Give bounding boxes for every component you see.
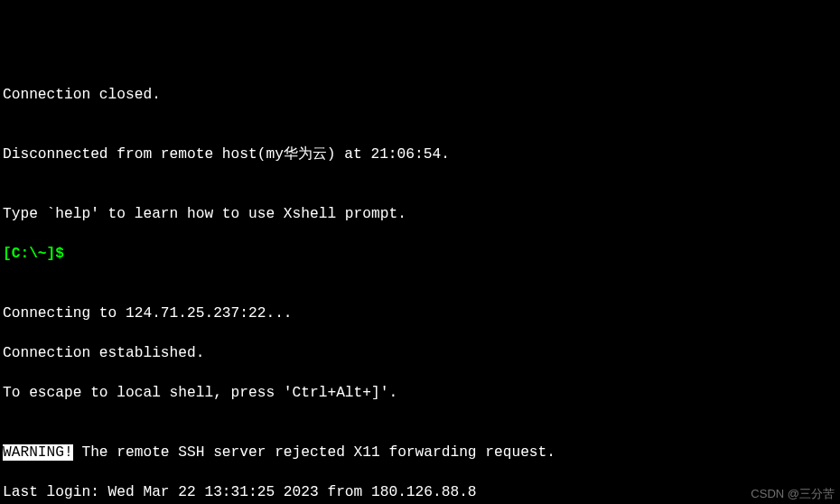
term-line: Last login: Wed Mar 22 13:31:25 2023 fro… [3, 482, 837, 502]
text: Last login: Wed Mar 22 13:31:25 2023 fro… [3, 484, 477, 500]
term-line: Disconnected from remote host(my华为云) at … [3, 145, 837, 164]
text: Connection established. [3, 345, 204, 361]
local-prompt: [C:\~]$ [3, 246, 64, 262]
text: 华为云 [284, 146, 327, 163]
term-line: Connecting to 124.71.25.237:22... [3, 303, 837, 323]
text: ) at 21:06:54. [327, 146, 450, 163]
term-line[interactable]: [C:\~]$ [3, 244, 837, 264]
term-line: WARNING! The remote SSH server rejected … [3, 443, 837, 462]
text: Type `help' to learn how to use Xshell p… [3, 206, 406, 222]
text: Connection closed. [3, 87, 161, 103]
term-line: Connection closed. [3, 85, 837, 105]
term-line: Connection established. [3, 343, 837, 363]
text: The remote SSH server rejected X11 forwa… [73, 444, 555, 461]
text: Connecting to 124.71.25.237:22... [3, 305, 293, 322]
text: Disconnected from remote host(my [3, 146, 284, 163]
text: To escape to local shell, press 'Ctrl+Al… [3, 385, 397, 401]
term-line: To escape to local shell, press 'Ctrl+Al… [3, 383, 837, 403]
warning-badge: WARNING! [3, 444, 73, 461]
watermark: CSDN @三分苦 [751, 484, 835, 504]
term-line: Type `help' to learn how to use Xshell p… [3, 204, 837, 224]
